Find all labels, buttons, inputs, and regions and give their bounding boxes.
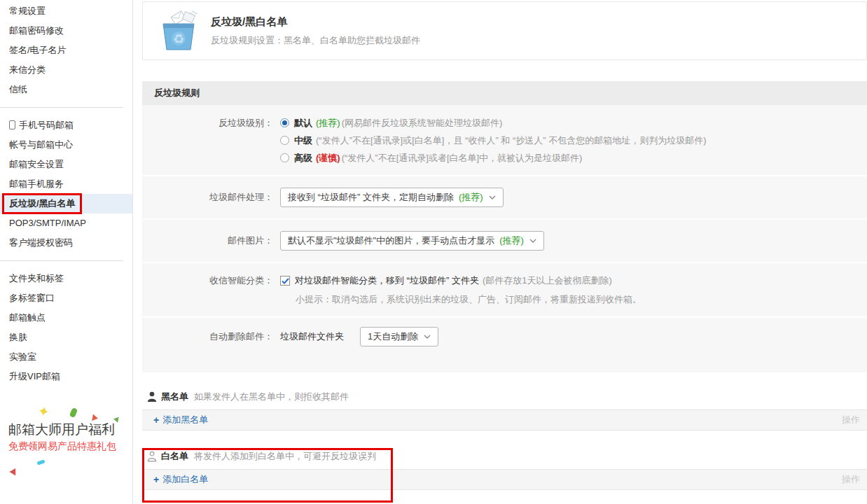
trash-bin-icon: ♻ bbox=[158, 10, 200, 51]
smart-classify-tip: 小提示：取消勾选后，系统识别出来的垃圾、广告、订阅邮件，将重新投递到收件箱。 bbox=[280, 291, 641, 308]
radio-option-advanced[interactable]: 高级 (谨慎) (“发件人”不在[通讯录]或者[白名单]中，就被认为是垃圾邮件) bbox=[280, 149, 707, 167]
antispam-level-row: 反垃圾级别： 默认 (推荐) (网易邮件反垃圾系统智能处理垃圾邮件) 中级 (“… bbox=[142, 105, 867, 175]
sidebar-item-mail-classification[interactable]: 来信分类 bbox=[0, 60, 132, 80]
whitelist-title: 白名单 bbox=[161, 450, 188, 463]
main-content: ♻ 反垃圾/黑白名单 反垃圾规则设置：黑名单、白名单助您拦截垃圾邮件 反垃圾规则… bbox=[142, 0, 867, 490]
sidebar-item-label: 手机号码邮箱 bbox=[19, 120, 74, 130]
confetti-star-icon: ✦ bbox=[36, 402, 51, 421]
sidebar-item-security-settings[interactable]: 邮箱安全设置 bbox=[0, 155, 132, 174]
checkbox-checked-icon[interactable] bbox=[280, 276, 290, 286]
chevron-down-icon bbox=[529, 239, 536, 243]
blacklist-person-icon bbox=[147, 391, 157, 402]
sidebar-item-lab[interactable]: 实验室 bbox=[0, 347, 132, 367]
plus-icon: + bbox=[153, 414, 159, 426]
radio-option-desc: (“发件人”不在[通讯录]或[白名单]，且 “收件人” 和 “抄送人” 不包含您… bbox=[316, 132, 707, 149]
mail-images-dropdown[interactable]: 默认不显示"垃圾邮件"中的图片，要手动点击才显示 (推荐) bbox=[280, 231, 544, 251]
page-header: ♻ 反垃圾/黑白名单 反垃圾规则设置：黑名单、白名单助您拦截垃圾邮件 bbox=[142, 1, 867, 60]
add-whitelist-label: 添加白名单 bbox=[162, 473, 208, 486]
whitelist-add-bar: + 添加白名单 操作 bbox=[142, 469, 867, 490]
svg-text:♻: ♻ bbox=[173, 32, 184, 46]
confetti-leaf-icon bbox=[69, 407, 78, 418]
mail-images-row: 邮件图片： 默认不显示"垃圾邮件"中的图片，要手动点击才显示 (推荐) bbox=[142, 218, 867, 262]
page-header-text: 反垃圾/黑白名单 反垃圾规则设置：黑名单、白名单助您拦截垃圾邮件 bbox=[211, 15, 420, 47]
plus-icon: + bbox=[153, 474, 159, 485]
radio-option-desc: (“发件人”不在[通讯录]或者[白名单]中，就被认为是垃圾邮件) bbox=[342, 149, 583, 167]
sidebar-item-stationery[interactable]: 信纸 bbox=[0, 80, 132, 99]
spam-handling-row: 垃圾邮件处理： 接收到 “垃圾邮件” 文件夹，定期自动删除 (推荐) bbox=[142, 175, 867, 218]
radio-icon[interactable] bbox=[280, 153, 289, 162]
caution-tag: (谨慎) bbox=[316, 149, 340, 167]
checkbox-text: 对垃圾邮件智能分类，移到 “垃圾邮件” 文件夹 bbox=[295, 272, 479, 290]
whitelist-action-column-label: 操作 bbox=[842, 473, 860, 486]
recommend-tag: (推荐) bbox=[499, 234, 524, 247]
spam-handling-label: 垃圾邮件处理： bbox=[142, 191, 273, 204]
add-blacklist-label: 添加黑名单 bbox=[162, 414, 208, 426]
confetti-dash-icon bbox=[36, 459, 45, 465]
recommend-tag: (推荐) bbox=[459, 191, 483, 204]
smart-classify-label: 收信智能分类： bbox=[142, 272, 273, 308]
page-subtitle: 反垃圾规则设置：黑名单、白名单助您拦截垃圾邮件 bbox=[211, 34, 420, 47]
radio-icon[interactable] bbox=[280, 136, 289, 145]
radio-option-name: 中级 bbox=[294, 132, 312, 149]
radio-option-default[interactable]: 默认 (推荐) (网易邮件反垃圾系统智能处理垃圾邮件) bbox=[280, 114, 707, 132]
sidebar-item-mail-touchpoint[interactable]: 邮箱触点 bbox=[0, 308, 132, 328]
antispam-level-label: 反垃圾级别： bbox=[142, 114, 273, 167]
recommend-tag: (推荐) bbox=[316, 114, 340, 132]
antispam-rules-section-title: 反垃圾规则 bbox=[142, 81, 867, 105]
auto-delete-folder-label: 垃圾邮件文件夹 bbox=[280, 330, 344, 343]
promo-banner-subtitle[interactable]: 免费领网易产品特惠礼包 bbox=[8, 440, 116, 453]
sidebar-divider bbox=[0, 107, 123, 108]
sidebar-item-client-auth-password[interactable]: 客户端授权密码 bbox=[0, 233, 132, 253]
whitelist-person-icon bbox=[147, 451, 157, 462]
mail-images-label: 邮件图片： bbox=[142, 234, 273, 247]
sidebar-item-general-settings[interactable]: 常规设置 bbox=[0, 1, 132, 21]
sidebar-item-password-change[interactable]: 邮箱密码修改 bbox=[0, 21, 132, 41]
add-blacklist-button[interactable]: + 添加黑名单 bbox=[153, 414, 208, 426]
confetti-triangle-icon bbox=[9, 468, 18, 477]
checkbox-note: (邮件存放1天以上会被彻底删除) bbox=[483, 272, 612, 290]
chevron-down-icon bbox=[489, 195, 496, 200]
radio-option-name: 默认 bbox=[294, 114, 312, 132]
sidebar-item-account-center[interactable]: 帐号与邮箱中心 bbox=[0, 135, 132, 155]
dropdown-value: 1天自动删除 bbox=[368, 330, 418, 343]
antispam-rules-panel: 反垃圾级别： 默认 (推荐) (网易邮件反垃圾系统智能处理垃圾邮件) 中级 (“… bbox=[142, 105, 867, 372]
sidebar-divider bbox=[0, 260, 123, 261]
auto-delete-row: 自动删除邮件： 垃圾邮件文件夹 1天自动删除 bbox=[142, 316, 867, 356]
smart-classify-row: 收信智能分类： 对垃圾邮件智能分类，移到 “垃圾邮件” 文件夹 (邮件存放1天以… bbox=[142, 262, 867, 316]
whitelist-desc: 将发件人添加到白名单中，可避开反垃圾误判 bbox=[194, 450, 376, 463]
blacklist-action-column-label: 操作 bbox=[842, 414, 860, 426]
blacklist-header: 黑名单 如果发件人在黑名单中，则拒收其邮件 bbox=[142, 391, 867, 403]
sidebar-item-phone-mailbox[interactable]: 手机号码邮箱 bbox=[0, 115, 132, 135]
whitelist-header: 白名单 将发件人添加到白名单中，可避开反垃圾误判 bbox=[142, 450, 867, 463]
sidebar-item-signature-card[interactable]: 签名/电子名片 bbox=[0, 41, 132, 60]
settings-sidebar: 常规设置 邮箱密码修改 签名/电子名片 来信分类 信纸 手机号码邮箱 帐号与邮箱… bbox=[0, 0, 133, 504]
sidebar-item-multi-tab-window[interactable]: 多标签窗口 bbox=[0, 288, 132, 308]
sidebar-item-antispam-blackwhite[interactable]: 反垃圾/黑白名单 bbox=[0, 194, 132, 214]
phone-icon bbox=[9, 120, 15, 130]
blacklist-add-bar: + 添加黑名单 操作 bbox=[142, 410, 867, 430]
radio-option-name: 高级 bbox=[294, 149, 312, 167]
radio-option-medium[interactable]: 中级 (“发件人”不在[通讯录]或[白名单]，且 “收件人” 和 “抄送人” 不… bbox=[280, 132, 707, 149]
sidebar-item-vip-upgrade[interactable]: 升级VIP邮箱 bbox=[0, 367, 132, 386]
spam-handling-dropdown[interactable]: 接收到 “垃圾邮件” 文件夹，定期自动删除 (推荐) bbox=[280, 188, 504, 207]
sidebar-item-mobile-service[interactable]: 邮箱手机服务 bbox=[0, 174, 132, 194]
add-whitelist-button[interactable]: + 添加白名单 bbox=[153, 473, 208, 486]
antispam-level-options: 默认 (推荐) (网易邮件反垃圾系统智能处理垃圾邮件) 中级 (“发件人”不在[… bbox=[273, 114, 707, 167]
dropdown-value: 接收到 “垃圾邮件” 文件夹，定期自动删除 bbox=[288, 191, 454, 204]
radio-option-desc: (网易邮件反垃圾系统智能处理垃圾邮件) bbox=[342, 114, 503, 132]
sidebar-item-folders-tags[interactable]: 文件夹和标签 bbox=[0, 269, 132, 288]
auto-delete-label: 自动删除邮件： bbox=[142, 330, 273, 343]
blacklist-title: 黑名单 bbox=[161, 391, 188, 403]
smart-classify-checkbox-option[interactable]: 对垃圾邮件智能分类，移到 “垃圾邮件” 文件夹 (邮件存放1天以上会被彻底删除) bbox=[280, 272, 641, 290]
auto-delete-dropdown[interactable]: 1天自动删除 bbox=[360, 327, 438, 346]
page-title: 反垃圾/黑白名单 bbox=[211, 15, 420, 29]
promo-banner-title[interactable]: 邮箱大师用户福利 bbox=[8, 421, 115, 439]
sidebar-item-change-skin[interactable]: 换肤 bbox=[0, 328, 132, 347]
sidebar-item-pop3-smtp-imap[interactable]: POP3/SMTP/IMAP bbox=[0, 214, 132, 233]
blacklist-desc: 如果发件人在黑名单中，则拒收其邮件 bbox=[194, 391, 349, 403]
radio-selected-icon[interactable] bbox=[280, 118, 289, 127]
chevron-down-icon bbox=[424, 335, 431, 339]
dropdown-value: 默认不显示"垃圾邮件"中的图片，要手动点击才显示 bbox=[288, 234, 494, 247]
